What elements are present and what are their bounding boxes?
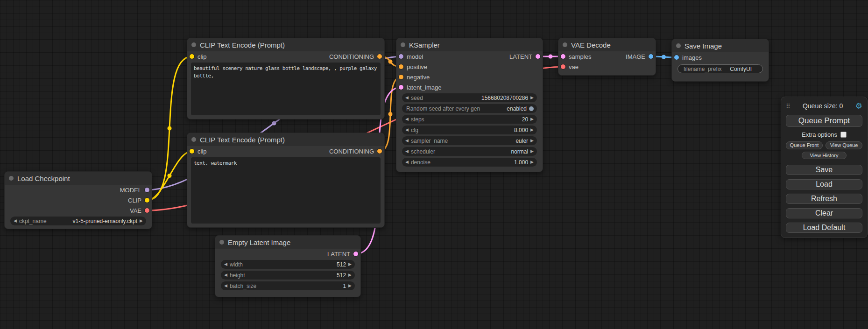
widget-denoise[interactable]: ◀ denoise 1.000 ▶: [402, 158, 537, 167]
widget-batch-size[interactable]: ◀ batch_size 1 ▶: [221, 281, 355, 290]
node-title-bar[interactable]: VAE Decode: [558, 38, 656, 51]
decrement-arrow-icon[interactable]: ◀: [224, 284, 227, 288]
node-ksampler[interactable]: KSampler model LATENT positive negative …: [396, 38, 543, 172]
prompt-textarea[interactable]: text, watermark: [191, 157, 381, 224]
refresh-button[interactable]: Refresh: [786, 194, 862, 204]
decrement-arrow-icon[interactable]: ◀: [14, 219, 17, 223]
collapse-icon[interactable]: [9, 176, 14, 181]
output-port-conditioning[interactable]: [377, 54, 382, 59]
node-title: CLIP Text Encode (Prompt): [200, 136, 285, 144]
collapse-icon[interactable]: [401, 42, 405, 47]
view-queue-button[interactable]: View Queue: [826, 141, 862, 149]
input-label-model: model: [407, 53, 423, 60]
view-history-button[interactable]: View History: [802, 152, 847, 159]
node-title-bar[interactable]: CLIP Text Encode (Prompt): [187, 133, 384, 146]
input-port-negative[interactable]: [399, 75, 403, 79]
widget-label: batch_size: [230, 283, 256, 289]
output-port-model[interactable]: [145, 188, 149, 192]
extra-options-checkbox[interactable]: [840, 132, 847, 138]
input-port-positive[interactable]: [399, 64, 403, 69]
input-port-clip[interactable]: [190, 149, 194, 154]
increment-arrow-icon[interactable]: ▶: [530, 139, 534, 143]
widget-value: euler: [515, 138, 528, 144]
widget-width[interactable]: ◀ width 512 ▶: [221, 260, 355, 269]
input-label-positive: positive: [407, 63, 427, 70]
clear-button[interactable]: Clear: [786, 208, 862, 218]
input-port-latent-image[interactable]: [399, 85, 403, 90]
node-title-bar[interactable]: CLIP Text Encode (Prompt): [187, 38, 384, 51]
output-port-latent[interactable]: [353, 252, 358, 256]
widget-sampler-name[interactable]: ◀ sampler_name euler ▶: [402, 136, 537, 145]
decrement-arrow-icon[interactable]: ◀: [224, 273, 227, 277]
queue-prompt-button[interactable]: Queue Prompt: [786, 115, 862, 127]
node-save-image[interactable]: Save Image images filename_prefix ComfyU…: [671, 39, 769, 82]
output-label-vae: VAE: [130, 207, 141, 214]
increment-arrow-icon[interactable]: ▶: [140, 219, 143, 223]
input-port-vae[interactable]: [561, 64, 565, 69]
increment-arrow-icon[interactable]: ▶: [530, 117, 534, 121]
node-title: Save Image: [685, 42, 722, 50]
prompt-textarea[interactable]: beautiful scenery nature glass bottle la…: [191, 63, 381, 115]
node-title-bar[interactable]: Load Checkpoint: [5, 172, 152, 185]
collapse-icon[interactable]: [563, 42, 567, 47]
node-title-bar[interactable]: Empty Latent Image: [215, 236, 360, 249]
collapse-icon[interactable]: [191, 137, 196, 142]
widget-cfg[interactable]: ◀ cfg 8.000 ▶: [402, 126, 537, 134]
widget-filename-prefix[interactable]: filename_prefix ComfyUI: [677, 64, 763, 73]
increment-arrow-icon[interactable]: ▶: [348, 262, 352, 266]
widget-label: denoise: [411, 159, 430, 166]
input-label-clip: clip: [198, 53, 207, 60]
node-title: CLIP Text Encode (Prompt): [200, 41, 285, 49]
increment-arrow-icon[interactable]: ▶: [530, 96, 534, 100]
node-load-checkpoint[interactable]: Load Checkpoint MODEL CLIP VAE ◀ ckpt_na…: [4, 171, 152, 229]
output-label-latent: LATENT: [327, 251, 350, 258]
decrement-arrow-icon[interactable]: ◀: [224, 262, 227, 266]
save-button[interactable]: Save: [786, 165, 862, 175]
input-port-images[interactable]: [674, 55, 679, 60]
output-port-image[interactable]: [649, 54, 653, 59]
increment-arrow-icon[interactable]: ▶: [530, 128, 534, 132]
input-port-samples[interactable]: [561, 54, 565, 59]
widget-label: height: [230, 272, 245, 279]
queue-front-button[interactable]: Queue Front: [786, 141, 823, 149]
collapse-icon[interactable]: [676, 43, 681, 48]
decrement-arrow-icon[interactable]: ◀: [405, 117, 409, 121]
decrement-arrow-icon[interactable]: ◀: [405, 96, 409, 100]
decrement-arrow-icon[interactable]: ◀: [405, 160, 409, 164]
widget-seed[interactable]: ◀ seed 156680208700286 ▶: [402, 93, 537, 102]
increment-arrow-icon[interactable]: ▶: [530, 149, 534, 154]
output-port-vae[interactable]: [145, 208, 149, 213]
increment-arrow-icon[interactable]: ▶: [348, 273, 352, 277]
input-port-model[interactable]: [399, 54, 403, 59]
output-port-conditioning[interactable]: [377, 149, 382, 154]
widget-random-seed-toggle[interactable]: Random seed after every gen enabled: [402, 104, 537, 113]
widget-scheduler[interactable]: ◀ scheduler normal ▶: [402, 147, 537, 156]
output-port-latent[interactable]: [536, 54, 540, 59]
input-label-latent-image: latent_image: [407, 84, 441, 91]
output-port-clip[interactable]: [145, 198, 149, 203]
settings-gear-icon[interactable]: ⚙: [855, 101, 862, 111]
collapse-icon[interactable]: [219, 240, 224, 245]
load-button[interactable]: Load: [786, 179, 862, 189]
node-empty-latent-image[interactable]: Empty Latent Image LATENT ◀ width 512 ▶ …: [215, 235, 361, 297]
decrement-arrow-icon[interactable]: ◀: [405, 139, 409, 143]
decrement-arrow-icon[interactable]: ◀: [405, 128, 409, 132]
widget-height[interactable]: ◀ height 512 ▶: [221, 271, 355, 280]
increment-arrow-icon[interactable]: ▶: [348, 284, 352, 288]
drag-handle-icon[interactable]: ⠿: [786, 103, 790, 110]
load-default-button[interactable]: Load Default: [786, 223, 862, 233]
decrement-arrow-icon[interactable]: ◀: [405, 149, 409, 154]
input-port-clip[interactable]: [190, 54, 194, 59]
extra-options-label: Extra options: [802, 131, 837, 138]
widget-ckpt-name[interactable]: ◀ ckpt_name v1-5-pruned-emaonly.ckpt ▶: [10, 217, 146, 225]
node-title-bar[interactable]: Save Image: [672, 39, 769, 52]
increment-arrow-icon[interactable]: ▶: [530, 160, 534, 164]
widget-steps[interactable]: ◀ steps 20 ▶: [402, 115, 537, 124]
node-clip-text-encode-negative[interactable]: CLIP Text Encode (Prompt) clip CONDITION…: [187, 133, 385, 228]
node-vae-decode[interactable]: VAE Decode samples IMAGE vae: [558, 38, 656, 76]
node-canvas[interactable]: { "icons": { "decrement": "◀", "incremen…: [0, 0, 868, 329]
link-midpoint-dot: [388, 60, 393, 64]
node-clip-text-encode-positive[interactable]: CLIP Text Encode (Prompt) clip CONDITION…: [187, 38, 385, 119]
node-title-bar[interactable]: KSampler: [396, 38, 543, 51]
collapse-icon[interactable]: [191, 42, 196, 47]
